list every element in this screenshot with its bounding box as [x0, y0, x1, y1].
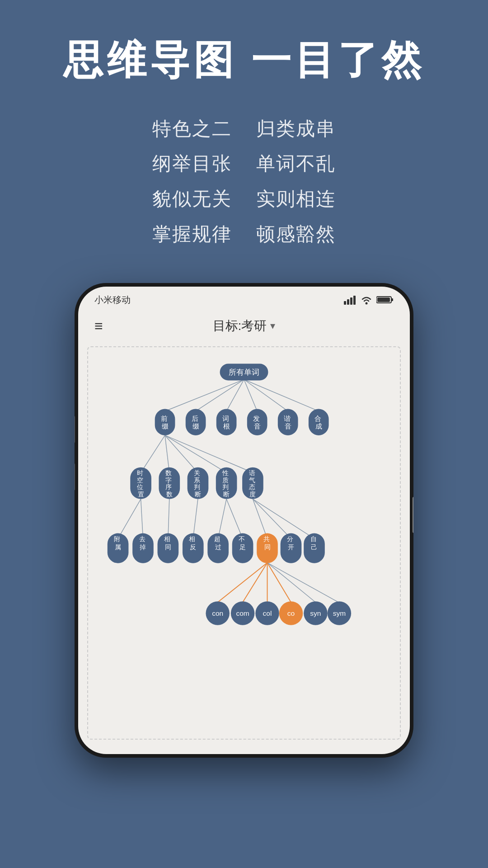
volume-down-button	[75, 463, 75, 491]
svg-text:词
              根: 词 根	[222, 415, 231, 430]
hamburger-menu-button[interactable]: ≡	[94, 319, 103, 333]
svg-line-27	[253, 499, 314, 538]
svg-line-31	[267, 563, 291, 602]
svg-text:所有单词: 所有单词	[229, 368, 259, 377]
svg-line-21	[168, 499, 169, 538]
battery-icon	[376, 295, 394, 305]
header-title-text: 目标:考研	[213, 317, 267, 335]
svg-line-28	[218, 563, 267, 602]
svg-line-14	[141, 435, 165, 473]
svg-line-26	[253, 499, 291, 538]
svg-text:com: com	[236, 609, 249, 617]
mindmap-area[interactable]: 所有单词 前 缀 后 缀	[87, 346, 401, 740]
title-section: 思维导图 一目了然	[0, 0, 488, 102]
svg-rect-0	[344, 301, 346, 305]
svg-line-32	[267, 563, 316, 602]
svg-text:性
              质
            : 性 质 判 断	[222, 470, 230, 498]
svg-text:sym: sym	[333, 609, 346, 617]
signal-icon	[344, 295, 357, 305]
status-icons	[344, 295, 394, 305]
svg-line-15	[165, 435, 169, 473]
main-title: 思维导图 一目了然	[0, 36, 488, 84]
svg-line-10	[226, 380, 244, 411]
app-header: ≡ 目标:考研 ▾	[78, 310, 410, 342]
svg-rect-6	[391, 298, 393, 301]
svg-rect-2	[350, 297, 352, 305]
svg-line-18	[165, 435, 253, 473]
svg-rect-3	[353, 296, 356, 305]
svg-text:谐
              音: 谐 音	[284, 415, 292, 430]
dropdown-arrow[interactable]: ▾	[270, 320, 275, 332]
power-button	[413, 497, 413, 533]
svg-line-25	[253, 499, 267, 538]
subtitle-section: 特色之二 归类成串 纲举目张 单词不乱 貌似无关 实则相连 掌握规律 顿感豁然	[0, 102, 488, 274]
svg-text:发
              音: 发 音	[253, 415, 262, 430]
carrier-text: 小米移动	[94, 294, 131, 306]
svg-text:时
              空
            : 时 空 位 置	[137, 470, 145, 498]
subtitle-line-2: 纲举目张 单词不乱	[0, 146, 488, 181]
svg-rect-7	[377, 297, 390, 302]
page: 思维导图 一目了然 特色之二 归类成串 纲举目张 单词不乱 貌似无关 实则相连 …	[0, 0, 488, 868]
svg-line-16	[165, 435, 198, 473]
subtitle-line-1: 特色之二 归类成串	[0, 111, 488, 146]
status-bar: 小米移动	[78, 287, 410, 310]
svg-text:后
              缀: 后 缀	[192, 415, 200, 430]
phone-screen: 小米移动	[78, 287, 410, 754]
svg-text:数
              字
            : 数 字 序 数	[165, 470, 174, 498]
svg-line-9	[196, 380, 244, 411]
subtitle-line-4: 掌握规律 顿感豁然	[0, 217, 488, 252]
svg-text:co: co	[287, 609, 295, 617]
phone-frame: 小米移动	[75, 283, 413, 758]
svg-text:con: con	[212, 609, 223, 617]
svg-line-19	[118, 499, 141, 538]
mindmap-svg: 所有单词 前 缀 后 缀	[88, 347, 400, 739]
phone-mockup: 小米移动	[75, 283, 413, 758]
svg-line-22	[193, 499, 198, 538]
svg-line-17	[165, 435, 226, 473]
subtitle-line-3: 貌似无关 实则相连	[0, 181, 488, 217]
svg-text:合
              成: 合 成	[314, 415, 323, 430]
wifi-icon	[360, 295, 373, 305]
header-title: 目标:考研 ▾	[213, 317, 276, 335]
svg-line-20	[141, 499, 143, 538]
svg-text:syn: syn	[310, 609, 321, 617]
svg-line-24	[226, 499, 243, 538]
svg-point-4	[366, 302, 368, 305]
volume-up-button	[75, 416, 75, 443]
svg-line-23	[218, 499, 226, 538]
svg-text:关
              系
            : 关 系 判 断	[194, 470, 202, 498]
svg-line-29	[243, 563, 267, 602]
svg-line-33	[267, 563, 338, 602]
svg-rect-1	[347, 299, 349, 305]
svg-text:col: col	[263, 609, 272, 617]
svg-text:前
              缀: 前 缀	[161, 415, 169, 430]
svg-text:语
              气
            : 语 气 态 度	[249, 470, 257, 498]
svg-line-8	[165, 380, 244, 411]
